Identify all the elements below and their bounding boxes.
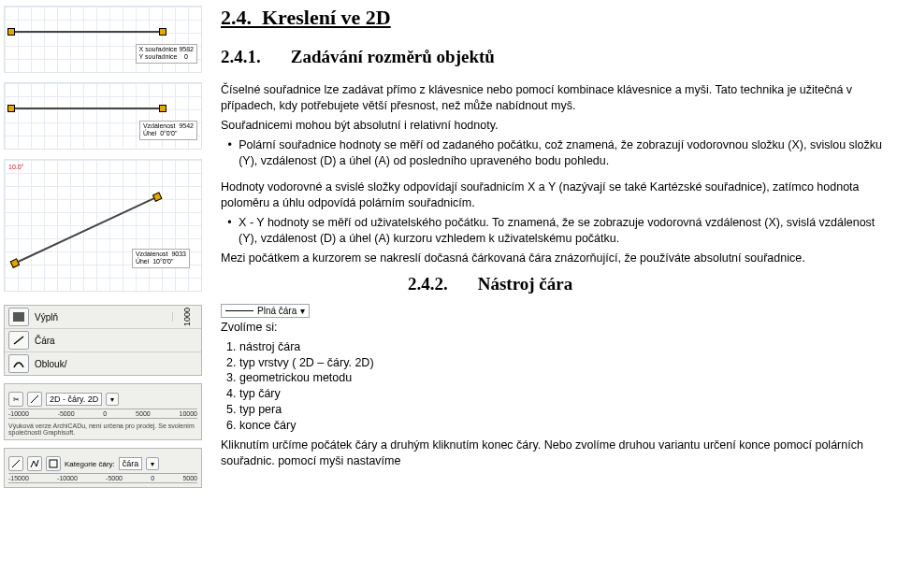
svg-line-3	[12, 460, 20, 467]
bullet-polar: • Polární souřadnice hodnoty se měří od …	[221, 137, 888, 169]
svg-rect-0	[13, 312, 24, 322]
step-item: typ vrstvy ( 2D – čáry. 2D)	[239, 355, 888, 371]
svg-line-2	[31, 395, 38, 403]
chevron-down-icon[interactable]: ▾	[146, 457, 159, 470]
chevron-down-icon: ▾	[300, 306, 305, 316]
svg-rect-4	[50, 460, 57, 467]
tool-label-fill: Výplň	[35, 312, 58, 323]
ruler-bottom: -15000 -10000 -5000 0 5000	[8, 473, 197, 483]
tool-palette: Výplň 1000 Čára Oblouk/	[4, 305, 202, 376]
step-item: typ čáry	[239, 386, 888, 402]
steps-list: nástroj čára typ vrstvy ( 2D – čáry. 2D)…	[221, 339, 888, 434]
coord-grid-polar: 10.0° Vzdálenost 9033 Úhel 10°0'0"	[4, 159, 202, 292]
para-cartesian: Hodnoty vodorovné a svislé složky odpoví…	[221, 179, 888, 211]
step-item: nástroj čára	[239, 339, 888, 355]
section-heading: 2.4. Kreslení ve 2D	[221, 6, 888, 30]
geom-method-icon-b[interactable]	[27, 456, 42, 471]
line-tool-icon[interactable]	[8, 331, 29, 350]
layer-dropdown[interactable]: 2D - čáry. 2D	[46, 393, 102, 406]
coord-tooltip-polar: Vzdálenost 9033 Úhel 10°0'0"	[132, 249, 190, 268]
geom-method-icon-c[interactable]	[46, 456, 61, 471]
fill-tool-icon[interactable]	[8, 308, 29, 326]
toolbar-strip-2: Kategorie čáry: čára ▾ -15000 -10000 -50…	[4, 448, 202, 488]
figure-column: X souřadnice 9582 Y souřadnice 0 Vzdálen…	[0, 0, 206, 588]
line-mode-icon[interactable]	[27, 392, 42, 407]
zvolime-label: Zvolíme si:	[221, 320, 888, 336]
para-dash: Mezi počátkem a kurzorem se nakreslí doč…	[221, 251, 888, 266]
angle-label: 10.0°	[8, 164, 23, 170]
trial-disclaimer: Výuková verze ArchiCADu, není určena pro…	[8, 421, 197, 437]
category-dropdown[interactable]: čára	[119, 457, 143, 470]
step-item: typ pera	[239, 402, 888, 418]
subsection-heading-1: 2.4.1. Zadávání rozměrů objektů	[221, 47, 888, 67]
category-label: Kategorie čáry:	[65, 460, 115, 468]
step-item: geometrickou metodu	[239, 370, 888, 386]
text-column: 2.4. Kreslení ve 2D 2.4.1. Zadávání rozm…	[206, 0, 897, 588]
chevron-down-icon[interactable]: ▾	[106, 393, 119, 406]
ruler-top: -10000 -5000 0 5000 10000	[8, 409, 197, 419]
linetype-dropdown[interactable]: Plná čára ▾	[221, 304, 310, 318]
arc-tool-icon[interactable]	[8, 354, 29, 373]
tool-label-arc: Oblouk/	[35, 359, 66, 369]
dim-value-1000: 1000	[182, 308, 192, 326]
step-item: konce čáry	[239, 418, 888, 434]
geom-method-icon-a[interactable]	[8, 456, 23, 471]
scissors-icon[interactable]: ✂	[8, 392, 23, 407]
coord-tooltip-dist: Vzdálenost 9542 Úhel 0°0'0"	[139, 121, 197, 140]
toolbar-strip-1: ✂ 2D - čáry. 2D ▾ -10000 -5000 0 5000 10…	[4, 383, 202, 440]
coord-tooltip-xy: X souřadnice 9582 Y souřadnice 0	[136, 44, 197, 64]
para-types: Souřadnicemi mohou být absolutní i relat…	[221, 118, 888, 134]
subsection-heading-2: 2.4.2. Nástroj čára	[408, 274, 888, 294]
coord-grid-distance: Vzdálenost 9542 Úhel 0°0'0"	[4, 82, 202, 150]
para-final: Kliknutím určíme počátek čáry a druhým k…	[221, 437, 888, 469]
tool-label-line: Čára	[35, 336, 55, 346]
svg-line-1	[14, 337, 23, 344]
coord-grid-absolute: X souřadnice 9582 Y souřadnice 0	[4, 6, 202, 73]
para-intro: Číselné souřadnice lze zadávat přímo z k…	[221, 82, 888, 114]
bullet-xy: • X - Y hodnoty se měří od uživatelského…	[221, 215, 888, 247]
